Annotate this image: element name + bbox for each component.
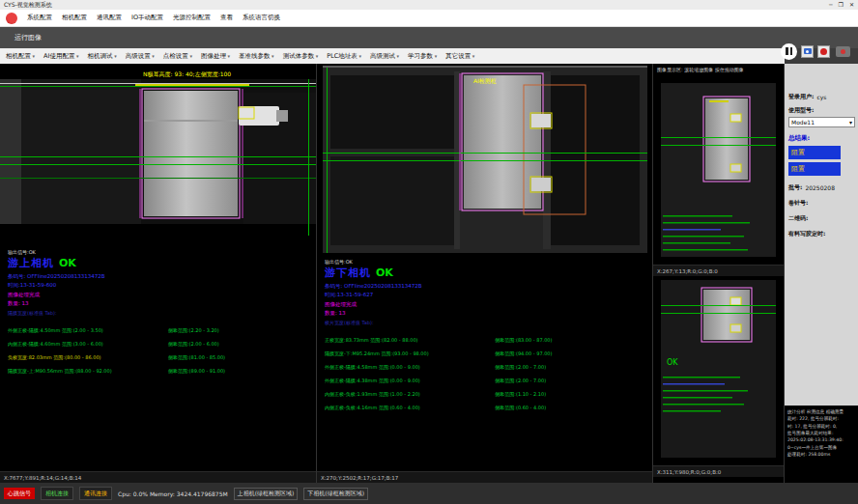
measure-green-line — [323, 153, 647, 154]
camera-result-title: 游上相机 — [8, 256, 54, 270]
menu-item-system-config[interactable]: 系统配置 — [27, 14, 52, 22]
tool-spot-check[interactable]: 点检设置 — [163, 52, 192, 61]
main-area: N极耳高度: 93: 40;左侧宽度:100 输出信号:OK 游上相机 OK 条… — [0, 64, 858, 483]
needle-label: 卷针号: — [788, 199, 855, 208]
comm-link-indicator: 通讯连接 — [79, 487, 112, 500]
model-label: 使用型号: — [788, 106, 855, 115]
tool-plc-table[interactable]: PLC地址表 — [327, 52, 361, 61]
tab-object — [239, 106, 279, 126]
login-user-label: 登录用户: — [788, 93, 814, 101]
stats-line: 批号图像最大耗时结果: — [787, 430, 855, 436]
tool-camera-debug[interactable]: 相机调试 — [88, 52, 117, 61]
heartbeat-indicator: 心跳信号 — [4, 488, 35, 499]
window-controls: ─ ❐ ✕ — [829, 0, 854, 10]
measurement-row: 内侧正极-负极:4.16mm 范围:(0.60 - 4.00)侧靠范围:(0.6… — [325, 405, 652, 410]
menu-item-language[interactable]: 系统语言切换 — [243, 14, 280, 22]
barcode-text: 条码号: OFFIine2025020813313472B — [325, 283, 652, 290]
roller-surface — [144, 91, 238, 216]
measurement-row: 外侧正极-隔膜:4.58mm 范围:(0.00 - 9.00)侧靠范围:(2.0… — [325, 364, 652, 370]
pixel-coord-bar: X:7677;Y:891;R:14;G:14;B:14 — [0, 471, 316, 483]
chevron-down-icon: ▾ — [849, 119, 852, 126]
tool-advanced-settings[interactable]: 高级设置 — [126, 52, 155, 61]
stats-line: 统计分析 检测信息 精确测量 — [787, 408, 855, 415]
batch-value: 20250208 — [805, 184, 835, 191]
count-text: 数量: 13 — [325, 310, 652, 317]
pause-icon — [786, 47, 788, 55]
tab-run-image[interactable]: 运行图像 — [6, 30, 50, 45]
measurement-row: 负极宽度:82.03mm 范围:(80.00 - 86.00)侧靠范围:(81.… — [8, 354, 316, 360]
lower-camera-image[interactable]: AI检测框 — [317, 64, 652, 257]
mini-view-top[interactable] — [653, 75, 784, 265]
pixel-coord-bar: X:267;Y:13;R:0;G:0;B:0 — [653, 265, 784, 276]
tool-other-settings[interactable]: 其它设置 — [445, 52, 474, 61]
panel-surface — [464, 75, 541, 209]
measure-subtitle: 隔膜宽度(标准值 Tab): — [8, 310, 316, 316]
total-result-label: 总结果: — [788, 134, 855, 143]
minimize-button[interactable]: ─ — [829, 0, 833, 10]
toolbar: 相机配置 AI使用配置 相机调试 高级设置 点检设置 图像处理 基准线参数 测试… — [0, 48, 785, 64]
app-window: CYS-视觉检测系统 ─ ❐ ✕ 系统配置 相机配置 通讯配置 IO手动配置 光… — [0, 0, 858, 504]
baseline-green-line — [0, 86, 316, 87]
measure-subtitle: 极片宽度(标准值 Tab): — [325, 320, 652, 325]
pause-icon — [790, 47, 793, 55]
tool-ai-config[interactable]: AI使用配置 — [43, 52, 78, 61]
pixel-coord-bar: X:311;Y:980;R:0;G:0;B:0 — [653, 465, 784, 477]
status-taskbar: 心跳信号 相机连接 通讯连接 Cpu: 0.0% Memory: 3424.41… — [0, 483, 858, 504]
tool-advanced-test[interactable]: 高级测试 — [370, 52, 399, 61]
record-icon — [820, 48, 827, 55]
stats-panel: 统计分析 检测信息 精确测量 耗时: 222, 批号分辨耗时: 时: 17, 批… — [785, 406, 858, 483]
menu-item-view[interactable]: 查看 — [220, 14, 233, 22]
info-sidebar: 登录用户: cys 使用型号: Mode11 ▾ 总结果: 阻置 阻置 批号: … — [785, 64, 858, 483]
model-select[interactable]: Mode11 ▾ — [788, 117, 855, 127]
barcode-text: 条码号: OFFIine2025020813313472B — [8, 273, 316, 280]
menu-item-io-manual[interactable]: IO手动配置 — [131, 14, 163, 22]
pause-button[interactable] — [781, 43, 797, 60]
tool-image-processing[interactable]: 图像处理 — [201, 52, 230, 61]
upper-camera-image[interactable]: N极耳高度: 93: 40;左侧宽度:100 — [0, 64, 316, 247]
camera-link-indicator: 相机连接 — [41, 487, 73, 500]
result-ok-badge: OK — [376, 266, 393, 279]
menu-item-camera-config[interactable]: 相机配置 — [62, 14, 87, 22]
measurement-row: 外侧正极-隔膜:4.38mm 范围:(0.00 - 9.00)侧靠范围:(2.0… — [325, 378, 652, 383]
measurement-row: 内侧正极-隔膜:4.60mm 范围:(3.00 - 6.00)侧靠范围:(2.0… — [8, 341, 316, 347]
toolbar-row: 相机配置 AI使用配置 相机调试 高级设置 点检设置 图像处理 基准线参数 测试… — [0, 48, 858, 64]
maximize-button[interactable]: ❐ — [839, 0, 844, 10]
mini-ok-label: OK — [667, 358, 678, 367]
menu-item-light-control[interactable]: 光源控制配置 — [173, 14, 211, 22]
result-status-box: 阻置 — [788, 146, 841, 159]
upper-camera-view: N极耳高度: 93: 40;左侧宽度:100 输出信号:OK 游上相机 OK 条… — [0, 64, 317, 483]
app-logo-icon — [6, 13, 17, 24]
window-title: CYS-视觉检测系统 — [4, 1, 52, 10]
tool-camera-config[interactable]: 相机配置 — [6, 52, 35, 61]
menu-item-comm-config[interactable]: 通讯配置 — [97, 14, 122, 22]
measurement-row: 内侧正极-负极:1.93mm 范围:(1.00 - 2.20)侧靠范围:(1.1… — [325, 391, 652, 397]
process-status: 图像处理完成 — [8, 292, 316, 298]
record-button[interactable] — [817, 45, 830, 58]
output-signal: 输出信号:OK — [8, 249, 316, 255]
stats-line: 0~cys一件上台第一图像 — [787, 444, 855, 451]
camera-status-icon — [836, 46, 850, 57]
output-signal: 输出信号:OK — [325, 259, 652, 265]
measure-green-line — [0, 156, 316, 157]
camera-capture-button[interactable] — [801, 45, 814, 58]
lower-camera-view: AI检测框 输出信号:OK 游下相机 OK 条码号: OFFIine202502… — [317, 64, 653, 483]
timestamp-text: 时间:13-31-59-627 — [325, 292, 652, 298]
close-button[interactable]: ✕ — [849, 0, 854, 10]
cpu-memory-text: Cpu: 0.0% Memory: 3424.41796875M — [118, 490, 228, 497]
stats-line: 2025:02:08-13:31:39:40: — [787, 436, 855, 443]
stats-line: 耗时: 222, 批号分辨耗时: — [787, 415, 855, 422]
measurement-rows: 外侧正极-隔膜:4.50mm 范围:(2.00 - 3.50)侧靠范围:(2.2… — [8, 327, 316, 374]
glue-timer-label: 有料写胶定时: — [788, 230, 855, 238]
measurement-row: 正极宽度:83.73mm 范围:(82.00 - 88.00)侧靠范围:(83.… — [325, 337, 652, 343]
tool-baseline-params[interactable]: 基准线参数 — [239, 52, 274, 61]
measurement-rows: 正极宽度:83.73mm 范围:(82.00 - 88.00)侧靠范围:(83.… — [325, 337, 652, 410]
tool-testbody-params[interactable]: 测试体参数 — [283, 52, 319, 61]
mini-view-column: 图像显示区: 滚轮缩放图像 按住拖动图像 — [653, 64, 785, 483]
result-status-box: 阻置 — [788, 162, 841, 176]
tab-strip: 运行图像 — [0, 27, 858, 48]
mini-view-bottom[interactable]: OK — [653, 276, 784, 465]
titlebar: CYS-视觉检测系统 ─ ❐ ✕ — [0, 0, 858, 10]
measurement-row: 隔膜宽度-上:M90.56mm 范围:(88.00 - 92.00)侧靠范围:(… — [8, 368, 316, 374]
tool-learn-params[interactable]: 学习参数 — [408, 52, 437, 61]
pixel-coord-bar: X:270;Y:2502;R:17;G:17;B:17 — [317, 471, 652, 483]
